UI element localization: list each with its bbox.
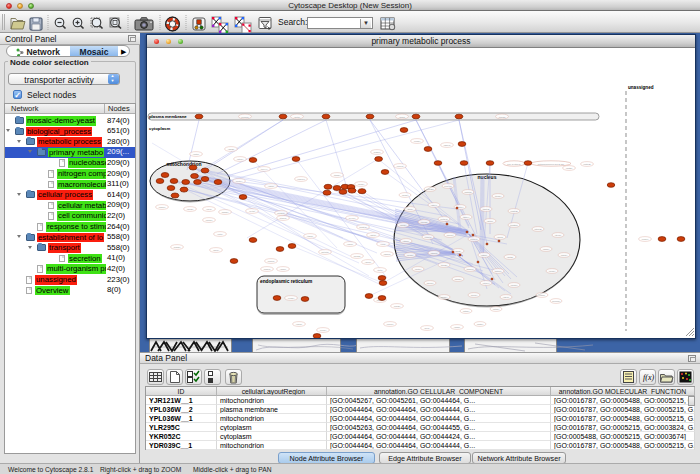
svg-text:(dig1): (dig1) <box>403 240 410 243</box>
svg-text:(tpi1): (tpi1) <box>377 269 383 272</box>
svg-text:(dal7): (dal7) <box>370 234 377 237</box>
svg-text:(gal2): (gal2) <box>228 148 235 151</box>
svg-text:(sdh1): (sdh1) <box>221 211 228 214</box>
svg-text:(glk1): (glk1) <box>365 261 371 264</box>
svg-text:(ace2): (ace2) <box>420 221 427 224</box>
svg-text:(fum1): (fum1) <box>279 217 286 220</box>
svg-text:(lge1): (lge1) <box>503 296 510 299</box>
svg-text:(cdc19): (cdc19) <box>297 178 306 181</box>
svg-text:(aac1): (aac1) <box>158 206 165 209</box>
svg-text:(hda1): (hda1) <box>430 252 437 255</box>
svg-text:(rap1): (rap1) <box>561 254 568 257</box>
svg-text:(msn2): (msn2) <box>510 210 518 213</box>
svg-text:(erg1): (erg1) <box>288 297 295 300</box>
svg-text:(pet9): (pet9) <box>236 180 243 183</box>
svg-text:(idh1): (idh1) <box>268 185 275 188</box>
svg-text:plasma membrane: plasma membrane <box>149 114 187 119</box>
svg-text:(fkh1): (fkh1) <box>487 220 494 223</box>
svg-text:(rpc40): (rpc40) <box>444 185 452 188</box>
svg-text:(spt15): (spt15) <box>464 191 472 194</box>
svg-text:nucleus: nucleus <box>478 174 497 180</box>
svg-text:(toa1): (toa1) <box>495 195 502 198</box>
svg-text:(ume6): (ume6) <box>470 238 478 241</box>
svg-text:(cox4): (cox4) <box>261 168 268 171</box>
svg-text:(set2): (set2) <box>507 256 514 259</box>
svg-text:(swi4): (swi4) <box>463 216 470 219</box>
svg-text:(atp1): (atp1) <box>237 158 244 161</box>
svg-text:(hht1): (hht1) <box>477 323 484 326</box>
svg-text:(pyc1): (pyc1) <box>349 217 356 220</box>
svg-text:(ste12): (ste12) <box>534 228 542 231</box>
svg-text:(rad6): (rad6) <box>441 296 448 299</box>
svg-text:(mdh1): (mdh1) <box>277 212 285 215</box>
svg-text:(mito): (mito) <box>193 153 200 156</box>
svg-text:(spp1): (spp1) <box>426 282 433 285</box>
svg-text:(bre1): (bre1) <box>471 294 478 297</box>
svg-text:(trans): (trans) <box>498 116 505 119</box>
svg-text:(shg1): (shg1) <box>454 278 461 281</box>
svg-text:(mito2): (mito2) <box>583 163 591 166</box>
svg-text:(ade1): (ade1) <box>443 144 450 147</box>
svg-text:(pgk1): (pgk1) <box>373 151 380 154</box>
svg-text:(pdi1): (pdi1) <box>296 323 303 326</box>
svg-text:(adh1): (adh1) <box>383 253 390 256</box>
svg-text:pro synth(a): pro synth(a) <box>507 163 521 166</box>
svg-text:(hap2): (hap2) <box>482 208 489 211</box>
svg-text:(lsc1): (lsc1) <box>213 249 219 252</box>
svg-text:(kar2): (kar2) <box>394 305 401 308</box>
svg-text:(mcm1): (mcm1) <box>552 300 561 303</box>
svg-text:(cit1): (cit1) <box>217 233 223 236</box>
svg-text:(hta1): (hta1) <box>493 308 500 311</box>
svg-text:(rpo21): (rpo21) <box>426 188 434 191</box>
svg-text:(pdb1): (pdb1) <box>263 268 270 271</box>
svg-text:(cyt1): (cyt1) <box>249 210 255 213</box>
svg-text:(swd1): (swd1) <box>466 268 474 271</box>
svg-text:(sir2): (sir2) <box>455 250 461 253</box>
svg-text:(ura1): (ura1) <box>414 140 421 143</box>
svg-text:(tdh1): (tdh1) <box>334 174 341 177</box>
svg-text:(pgi1): (pgi1) <box>307 235 314 238</box>
svg-text:(hxt1): (hxt1) <box>294 116 301 119</box>
svg-text:(pda1): (pda1) <box>267 260 274 263</box>
svg-text:(swi5): (swi5) <box>400 224 407 227</box>
svg-text:(icl1): (icl1) <box>380 243 386 246</box>
svg-text:(qcr2): (qcr2) <box>187 208 194 211</box>
svg-text:(reb1): (reb1) <box>549 270 556 273</box>
svg-text:(mae1): (mae1) <box>359 226 367 229</box>
svg-text:(rme1): (rme1) <box>424 236 432 239</box>
svg-text:(sdc1): (sdc1) <box>495 270 502 273</box>
svg-text:(lhs1): (lhs1) <box>454 326 460 329</box>
svg-text:(rpb1): (rpb1) <box>402 194 409 197</box>
svg-text:(pfk1): (pfk1) <box>347 243 354 246</box>
svg-text:(htb1): (htb1) <box>463 310 470 313</box>
svg-text:(sil1): (sil1) <box>424 327 430 330</box>
svg-text:f(x): f(x) <box>643 373 654 382</box>
svg-text:(rip1): (rip1) <box>206 208 212 211</box>
svg-text:(hst1): (hst1) <box>481 254 488 257</box>
svg-text:(gpm1): (gpm1) <box>321 251 329 254</box>
svg-text:(eno1): (eno1) <box>396 165 403 168</box>
svg-text:(rpd3): (rpd3) <box>407 254 414 257</box>
svg-text:(unk1): (unk1) <box>641 238 648 241</box>
svg-text:(ime1): (ime1) <box>446 234 453 237</box>
svg-text:(aco1): (aco1) <box>205 219 212 222</box>
svg-text:(tfa1): (tfa1) <box>407 208 413 211</box>
svg-text:(aat2): (aat2) <box>566 167 573 170</box>
svg-text:(ald6): (ald6) <box>280 268 287 271</box>
svg-text:(fba1): (fba1) <box>358 183 365 186</box>
svg-text:(cbf1): (cbf1) <box>539 294 546 297</box>
svg-text:(cne1): (cne1) <box>386 323 393 326</box>
svg-text:mitochondrion(3xe2 ab): mitochondrion(3xe2 ab) <box>538 163 564 166</box>
svg-text:endoplasmic reticulum: endoplasmic reticulum <box>260 279 312 284</box>
svg-text:(pma1): (pma1) <box>241 116 249 119</box>
svg-text:(gal4): (gal4) <box>431 204 438 207</box>
svg-text:(dot1): (dot1) <box>415 268 422 271</box>
svg-text:(ero1): (ero1) <box>320 329 327 332</box>
svg-text:(kgd1): (kgd1) <box>173 246 180 249</box>
svg-text:(tec1): (tec1) <box>555 234 562 237</box>
svg-text:(snf3): (snf3) <box>399 116 406 119</box>
svg-text:(cps4): (cps4) <box>483 282 490 285</box>
svg-text:(bre2): (bre2) <box>441 264 448 267</box>
svg-text:unassigned: unassigned <box>628 85 654 90</box>
svg-text:(abf1): (abf1) <box>543 248 550 251</box>
